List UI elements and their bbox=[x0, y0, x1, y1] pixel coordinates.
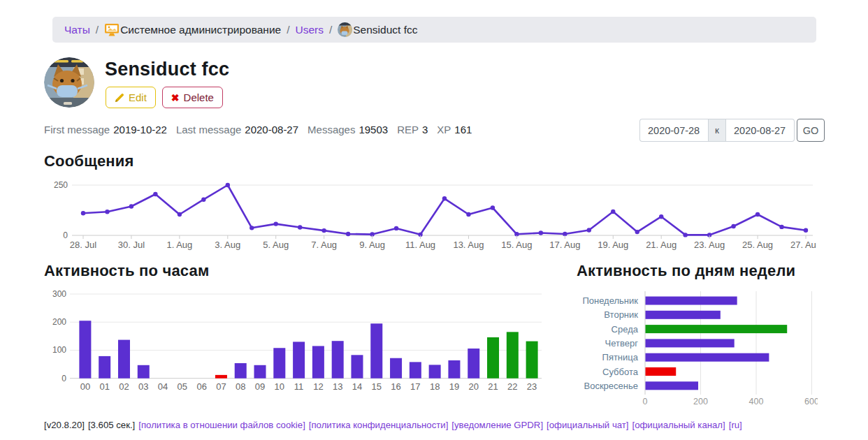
data-point bbox=[755, 212, 760, 217]
bar bbox=[79, 321, 91, 378]
user-avatar bbox=[44, 57, 94, 108]
data-point bbox=[249, 226, 254, 230]
x-axis-label: 7. Aug bbox=[311, 240, 337, 250]
x-axis-label: 19 bbox=[449, 381, 459, 392]
bar bbox=[646, 325, 788, 333]
footer-link-gpdr-notice[interactable]: [уведомление GPDR] bbox=[451, 420, 543, 430]
bar bbox=[138, 365, 150, 379]
breadcrumb-item-user: Sensiduct fcc bbox=[338, 22, 417, 37]
stat-last-message: Last message2020-08-27 bbox=[176, 124, 298, 135]
bar bbox=[312, 346, 324, 378]
data-point bbox=[105, 210, 109, 214]
x-axis-label: 14 bbox=[352, 381, 362, 392]
data-point bbox=[779, 225, 783, 229]
category-label: Воскресенье bbox=[584, 381, 638, 391]
breadcrumb-link-chats[interactable]: Чаты bbox=[64, 24, 90, 36]
footer-link-cookie-policy[interactable]: [политика в отношении файлов cookie] bbox=[138, 420, 305, 430]
breadcrumb-link-users[interactable]: Users bbox=[295, 24, 323, 36]
x-axis-label: 13. Aug bbox=[453, 240, 484, 250]
breadcrumb-label-user: Sensiduct fcc bbox=[353, 24, 417, 36]
date-to-input[interactable] bbox=[726, 119, 795, 142]
x-axis-label: 3. Aug bbox=[215, 240, 240, 250]
x-axis-label: 400 bbox=[749, 397, 764, 406]
go-button[interactable]: GO bbox=[797, 119, 825, 142]
hours-chart-title: Активность по часам bbox=[44, 262, 209, 280]
x-axis-label: 07 bbox=[216, 381, 226, 392]
bar bbox=[526, 342, 538, 379]
footer-link-language[interactable]: [ru] bbox=[729, 420, 742, 430]
bar bbox=[487, 337, 499, 379]
y-axis-label: 0 bbox=[62, 374, 66, 383]
x-axis-label: 17 bbox=[410, 381, 420, 392]
data-point bbox=[274, 221, 278, 226]
x-axis-label: 06 bbox=[196, 381, 206, 392]
footer-version: [v20.8.20] bbox=[44, 420, 85, 430]
date-range-group: к GO bbox=[639, 119, 825, 142]
x-axis-label: 17. Aug bbox=[549, 240, 580, 250]
category-label: Суббота bbox=[602, 367, 639, 377]
category-label: Четверг bbox=[605, 338, 639, 349]
y-axis-label: 100 bbox=[52, 345, 66, 355]
data-point bbox=[321, 228, 326, 233]
y-axis-label: 250 bbox=[54, 180, 68, 190]
x-axis-label: 28. Jul bbox=[70, 240, 96, 250]
x-axis-label: 09 bbox=[255, 381, 265, 392]
x-icon: ✖ bbox=[171, 92, 180, 103]
y-axis-label: 200 bbox=[52, 317, 66, 327]
y-axis-label: 300 bbox=[52, 289, 66, 299]
category-label: Вторник bbox=[604, 309, 638, 320]
data-point bbox=[153, 192, 157, 196]
data-point bbox=[804, 228, 808, 233]
bar bbox=[215, 375, 227, 379]
x-axis-label: 00 bbox=[80, 381, 90, 392]
date-from-input[interactable] bbox=[639, 119, 708, 142]
data-point bbox=[442, 196, 447, 200]
footer: [v20.8.20] [3.605 сек.] [политика в отно… bbox=[44, 420, 742, 430]
data-point bbox=[81, 211, 85, 215]
data-point bbox=[659, 214, 663, 219]
breadcrumb-item-chat: Системное администрирование bbox=[104, 22, 281, 37]
footer-link-privacy-policy[interactable]: [политика конфиденциальности] bbox=[309, 420, 449, 430]
x-axis-label: 30. Jul bbox=[118, 240, 145, 250]
x-axis-label: 01 bbox=[99, 381, 109, 392]
messages-chart-title: Сообщения bbox=[44, 152, 134, 170]
x-axis-label: 5. Aug bbox=[263, 240, 289, 250]
breadcrumb-separator: / bbox=[96, 24, 99, 36]
bar bbox=[646, 353, 769, 362]
x-axis-label: 02 bbox=[119, 381, 129, 392]
footer-link-official-chat[interactable]: [официальный чат] bbox=[547, 420, 628, 430]
stat-first-message: First message2019-10-22 bbox=[44, 124, 167, 135]
data-point bbox=[539, 230, 543, 235]
bar bbox=[448, 360, 460, 379]
bar bbox=[254, 365, 266, 379]
stat-messages: Messages19503 bbox=[308, 124, 388, 135]
category-label: Среда bbox=[612, 324, 639, 335]
x-axis-label: 11. Aug bbox=[405, 240, 435, 250]
data-point bbox=[226, 183, 230, 187]
data-point bbox=[466, 212, 470, 217]
x-axis-label: 27. Aug bbox=[790, 240, 816, 250]
data-point bbox=[178, 212, 182, 217]
data-point bbox=[491, 205, 495, 210]
x-axis-label: 20 bbox=[468, 381, 478, 392]
edit-button[interactable]: Edit bbox=[106, 87, 156, 108]
delete-button[interactable]: ✖ Delete bbox=[162, 87, 223, 108]
bar bbox=[410, 362, 421, 378]
messages-line-chart: 250028. Jul30. Jul1. Aug3. Aug5. Aug7. A… bbox=[44, 176, 816, 254]
x-axis-label: 1. Aug bbox=[166, 240, 192, 250]
footer-link-official-channel[interactable]: [официальный канал] bbox=[632, 420, 725, 430]
x-axis-label: 200 bbox=[693, 397, 708, 406]
breadcrumb-separator: / bbox=[287, 24, 289, 36]
data-point bbox=[346, 232, 350, 236]
x-axis-label: 23. Aug bbox=[694, 240, 725, 250]
hours-bar-chart: 3002001000000102030405060708091011121314… bbox=[44, 283, 547, 400]
bar bbox=[273, 348, 285, 378]
bar bbox=[646, 311, 721, 319]
data-point bbox=[635, 230, 639, 234]
bar bbox=[370, 323, 382, 378]
x-axis-label: 15 bbox=[372, 381, 382, 392]
stat-xp: XP161 bbox=[437, 124, 472, 135]
bar bbox=[332, 341, 344, 379]
x-axis-label: 9. Aug bbox=[359, 240, 385, 250]
pencil-icon bbox=[115, 93, 124, 103]
